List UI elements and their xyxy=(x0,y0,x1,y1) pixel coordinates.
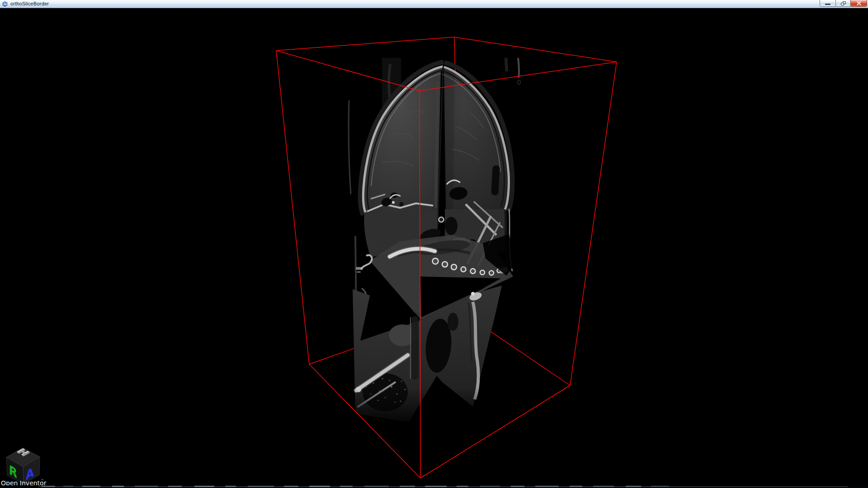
application-window: H H R R A A Open Inventor ™ iv xyxy=(0,0,868,488)
maximize-restore-button[interactable] xyxy=(835,0,851,7)
close-icon xyxy=(856,1,861,5)
window-controls xyxy=(820,0,867,7)
background-window-edge[interactable] xyxy=(0,485,868,488)
open-inventor-logo: H H R R A A Open Inventor ™ xyxy=(1,447,47,487)
logo-trademark: ™ xyxy=(41,479,44,483)
restore-down-icon xyxy=(841,1,846,5)
logo-cube: H H R R A A xyxy=(6,447,40,484)
window-app-icon[interactable]: iv xyxy=(1,0,9,8)
title-bar[interactable]: iv orthoSliceBorder xyxy=(0,0,868,8)
window-title: orthoSliceBorder xyxy=(10,1,49,6)
minimize-icon xyxy=(825,4,830,5)
minimize-button[interactable] xyxy=(820,0,836,7)
render-area-3d-viewport[interactable]: H H R R A A Open Inventor ™ xyxy=(0,0,868,488)
ct-neck-slices xyxy=(348,270,502,427)
window-icon-label: iv xyxy=(3,2,7,6)
close-button[interactable] xyxy=(850,0,867,7)
